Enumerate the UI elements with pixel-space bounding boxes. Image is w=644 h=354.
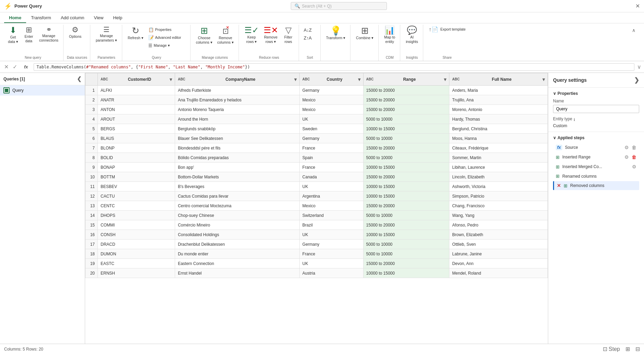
table-row[interactable]: 17 DRACD Drachenblut Delikatessen German… [85, 240, 548, 249]
col-header-fullname[interactable]: ABC Full Name ▾ [449, 73, 548, 86]
export-template-button[interactable]: ↑📄 Export template [427, 25, 468, 34]
col-filter-customerid[interactable]: ▾ [170, 77, 172, 82]
table-row[interactable]: 3 ANTON Antonio Moreno Taqueria Mexico 1… [85, 105, 548, 114]
formula-bar-buttons: ✕ ✓ [3, 63, 19, 71]
cell-fullname: Afonso, Pedro [449, 220, 548, 230]
step-inserted-merged[interactable]: ⊞ Inserted Merged Co... ⚙ [553, 162, 639, 171]
manage-parameters-button[interactable]: ☰ Manageparameters ▾ [94, 25, 119, 44]
step-source[interactable]: fx Source ⚙ 🗑 [553, 143, 639, 152]
col-filter-fullname[interactable]: ▾ [542, 77, 545, 82]
formula-sep2: , [200, 65, 205, 69]
grid-status-button[interactable]: ⊟ [635, 346, 640, 352]
step-inserted-range[interactable]: ⊞ Inserted Range ⚙ 🗑 [553, 153, 639, 162]
col-filter-companyname[interactable]: ▾ [294, 77, 297, 82]
cell-country: France [299, 163, 363, 172]
step-source-delete[interactable]: 🗑 [632, 145, 636, 150]
table-row[interactable]: 7 BLONP Blondesddsl pére et fils France … [85, 143, 548, 153]
row-number: 15 [85, 220, 98, 230]
table-row[interactable]: 4 AROUT Around the Horn UK 5000 to 10000… [85, 114, 548, 124]
cell-range: 5000 to 10000 [363, 249, 449, 259]
table-row[interactable]: 9 BONAP Bon app' France 10000 to 15000 L… [85, 163, 548, 172]
collapse-ribbon-button[interactable]: ∧ [626, 26, 641, 34]
table-row[interactable]: 2 ANATR Ana Trujillo Emaredados y helado… [85, 95, 548, 105]
row-number: 2 [85, 95, 98, 105]
options-button[interactable]: ⚙ Options [67, 25, 83, 40]
tab-view[interactable]: View [89, 13, 108, 23]
step-inserted-range-delete[interactable]: 🗑 [632, 154, 636, 160]
map-to-entity-icon: 📊 [384, 26, 395, 34]
filter-rows-button[interactable]: ▽ Filterrows [281, 25, 296, 45]
step-inserted-range-gear[interactable]: ⚙ [624, 154, 629, 160]
tab-help[interactable]: Help [108, 13, 127, 23]
formula-cancel-button[interactable]: ✕ [3, 63, 10, 71]
queries-panel: Queries [1] ❮ Query [0, 73, 85, 344]
col-header-country[interactable]: ABC Country ▾ [299, 73, 363, 86]
remove-rows-button[interactable]: ☰✕ Removerows ▾ [262, 25, 280, 45]
query-settings-expand-button[interactable]: ❯ [634, 76, 639, 84]
col-filter-country[interactable]: ▾ [358, 77, 360, 82]
formula-input[interactable]: Table.RemoveColumns(#"Renamed columns", … [34, 63, 634, 71]
formula-string4: "Monthly Income" [205, 65, 245, 69]
data-area[interactable]: ABC CustomerID ▾ ABC CompanyName ▾ [85, 73, 548, 344]
ai-insights-button[interactable]: 💬 AIinsights [404, 25, 420, 45]
enter-data-button[interactable]: ⊞ Enterdata [21, 25, 36, 44]
formula-expand-button[interactable]: ∨ [637, 64, 641, 70]
tab-home[interactable]: Home [4, 13, 26, 23]
remove-columns-button[interactable]: ⊡✕ Removecolumns ▾ [215, 25, 236, 46]
search-bar[interactable]: 🔍 Search (Alt + Q) [291, 2, 387, 10]
table-row[interactable]: 14 DHOPS Chop-suey Chinese Switzerland 5… [85, 211, 548, 220]
col-filter-range[interactable]: ▾ [444, 77, 446, 82]
manage-button[interactable]: ☰ Manage ▾ [146, 42, 187, 49]
row-number: 1 [85, 86, 98, 95]
tab-add-column[interactable]: Add column [56, 13, 89, 23]
step-removed-columns-label: Removed columns [570, 183, 636, 188]
table-row[interactable]: 1 ALFKI Alfreds Futterkiste Germany 1500… [85, 86, 548, 95]
table-row[interactable]: 6 BLAUS Blauer See Delikatessen Germany … [85, 134, 548, 143]
table-row[interactable]: 19 EASTC Eastern Connection UK 15000 to … [85, 259, 548, 268]
col-header-range[interactable]: ABC Range ▾ [363, 73, 449, 86]
step-removed-columns[interactable]: ✕ ⊞ Removed columns [553, 181, 639, 190]
sort-az-button[interactable]: A↓Z [302, 27, 318, 33]
table-row[interactable]: 16 CONSH Consolidated Holdings UK 10000 … [85, 230, 548, 240]
step-source-gear[interactable]: ⚙ [624, 145, 629, 150]
table-row[interactable]: 20 ERNSH Ernst Handel Austria 10000 to 1… [85, 268, 548, 278]
keep-rows-button[interactable]: ☰✓ Keeprows ▾ [242, 25, 261, 45]
col-header-customerid[interactable]: ABC CustomerID ▾ [98, 73, 175, 86]
step-renamed-columns[interactable]: ⊞ Renamed columns [553, 172, 639, 180]
table-row[interactable]: 8 BOLID Bólido Comidas preparadas Spain … [85, 153, 548, 163]
close-button[interactable]: ✕ [635, 3, 640, 9]
refresh-button[interactable]: ↻ Refresh ▾ [126, 25, 146, 42]
table-row[interactable]: 5 BERGS Berglunds snabbköp Sweden 10000 … [85, 124, 548, 134]
map-to-entity-button[interactable]: 📊 Map toentity [382, 25, 397, 45]
cell-customerid: CACTU [98, 191, 175, 201]
name-input[interactable] [553, 105, 639, 113]
get-data-button[interactable]: ⬇ Getdata ▾ [5, 25, 21, 45]
col-label-country: Country [312, 77, 356, 82]
columns-status-button[interactable]: ⊞ [625, 346, 630, 352]
table-row[interactable]: 11 BESBEV B's Beverages UK 10000 to 1500… [85, 182, 548, 191]
transform-button[interactable]: 💡 Transform ▾ [324, 25, 347, 42]
step-status-button[interactable]: ⊡ Step [603, 346, 620, 352]
ribbon-group-data-sources: ⚙ Options Data sources [64, 25, 90, 61]
cell-country: UK [299, 114, 363, 124]
table-row[interactable]: 12 CACTU Cactus Comidas para llevar Arge… [85, 191, 548, 201]
combine-button[interactable]: ⊞ Combine ▾ [354, 25, 376, 42]
advanced-editor-button[interactable]: 📝 Advanced editor [146, 34, 187, 41]
query-list-item[interactable]: Query [0, 85, 85, 96]
manage-connections-button[interactable]: ⚭ Manageconnections [37, 25, 60, 44]
collapse-panel-button[interactable]: ❮ [77, 76, 81, 82]
app-logo: ⚡ [4, 2, 12, 10]
properties-button[interactable]: 📋 Properties [146, 26, 187, 33]
sort-za-button[interactable]: Z↑A [302, 35, 318, 41]
formula-confirm-button[interactable]: ✓ [11, 63, 19, 71]
table-row[interactable]: 10 BOTTM Bottom-Dollar Markets Canada 15… [85, 172, 548, 182]
table-row[interactable]: 15 COMMI Comércio Mineiro Brazil 15000 t… [85, 220, 548, 230]
table-row[interactable]: 13 CENTC Centro comercial Moctezuma Mexi… [85, 201, 548, 211]
step-inserted-merged-gear[interactable]: ⚙ [632, 164, 636, 169]
refresh-label: Refresh ▾ [128, 36, 143, 40]
cell-country: Germany [299, 86, 363, 95]
choose-columns-button[interactable]: ⊞ Choosecolumns ▾ [194, 25, 215, 46]
col-header-companyname[interactable]: ABC CompanyName ▾ [175, 73, 300, 86]
table-row[interactable]: 18 DUMON Du monde entier France 5000 to … [85, 249, 548, 259]
tab-transform[interactable]: Transform [26, 13, 56, 23]
